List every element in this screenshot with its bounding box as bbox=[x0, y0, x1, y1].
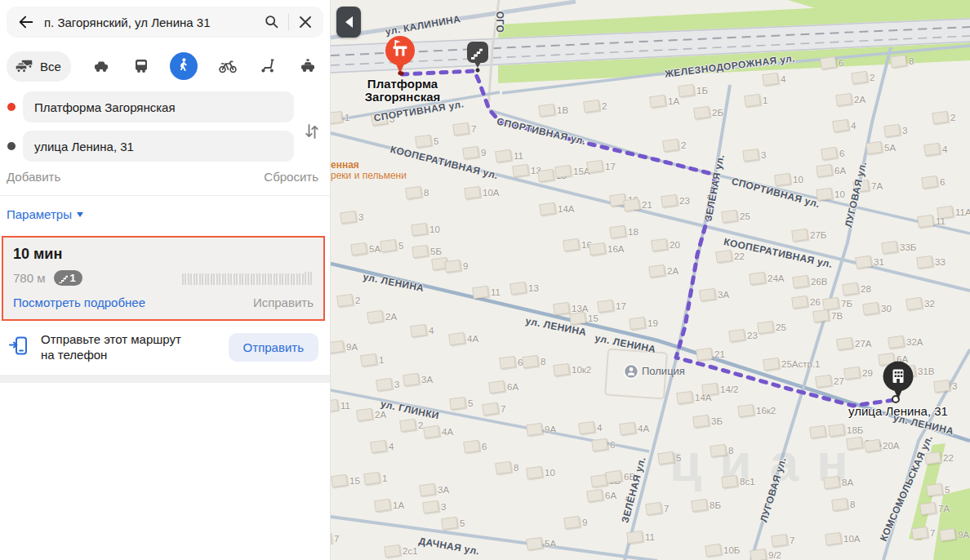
building-shape bbox=[678, 84, 695, 98]
building-shape bbox=[405, 186, 422, 200]
building-number: 11 bbox=[491, 287, 501, 297]
building: 16к2 bbox=[738, 405, 776, 416]
building-shape bbox=[696, 348, 713, 362]
building-number: 20 bbox=[670, 240, 680, 250]
destination-field[interactable]: улица Ленина, 31 bbox=[23, 131, 294, 162]
building-shape bbox=[586, 160, 603, 174]
building-number: 20А bbox=[883, 441, 899, 451]
building: 2 bbox=[400, 420, 423, 431]
building-shape bbox=[835, 93, 852, 107]
building: 4 bbox=[371, 441, 394, 452]
building-number: 4 bbox=[597, 423, 602, 433]
reset-route-link[interactable]: Сбросить bbox=[264, 170, 318, 184]
poi-orange-label[interactable]: енная реки и пельмени bbox=[331, 160, 407, 181]
building-number: 33Б bbox=[900, 242, 916, 252]
building-shape bbox=[403, 373, 420, 387]
building-number: 23 bbox=[679, 196, 690, 206]
building-number: 3 bbox=[952, 381, 957, 391]
route-details-link[interactable]: Посмотреть подробнее bbox=[13, 296, 145, 309]
building-number: 6А bbox=[834, 166, 846, 176]
route-actions: Добавить Сбросить bbox=[0, 162, 330, 195]
building-number: 2А bbox=[375, 410, 386, 420]
back-icon[interactable] bbox=[16, 12, 36, 32]
building-number: 25 bbox=[740, 211, 750, 221]
building-shape bbox=[809, 425, 826, 439]
building-number: 6А bbox=[507, 382, 518, 392]
building: 25 bbox=[758, 322, 786, 333]
origin-field[interactable]: Платформа Загорянская bbox=[23, 91, 294, 122]
building: 2А bbox=[649, 265, 679, 277]
building-number: 26В bbox=[811, 277, 827, 287]
building-shape bbox=[360, 353, 377, 367]
building-shape bbox=[916, 256, 933, 269]
building-shape bbox=[831, 498, 848, 512]
building: 7 bbox=[483, 403, 505, 415]
building: 9А bbox=[527, 424, 556, 435]
building-shape bbox=[821, 147, 838, 161]
building-number: 5 bbox=[434, 136, 438, 146]
building: 9 bbox=[445, 260, 468, 272]
route-fix-link[interactable]: Исправить bbox=[253, 296, 314, 309]
mode-scooter[interactable] bbox=[258, 56, 278, 77]
building: 7А bbox=[920, 503, 950, 514]
transport-modes: Все bbox=[0, 51, 330, 82]
building-number: 3 bbox=[441, 502, 446, 512]
building-shape bbox=[816, 188, 833, 202]
building: 1 bbox=[361, 354, 384, 366]
search-bar[interactable]: п. Загорянский, ул Ленина 31 bbox=[7, 7, 323, 38]
search-icon[interactable] bbox=[262, 12, 282, 32]
building: 2 bbox=[663, 140, 686, 151]
params-toggle[interactable]: Параметры bbox=[0, 196, 90, 229]
swap-points-icon[interactable] bbox=[304, 122, 320, 144]
building: 7 bbox=[772, 535, 794, 546]
mode-taxi[interactable] bbox=[297, 56, 318, 77]
mode-bus[interactable] bbox=[131, 56, 151, 77]
building-shape bbox=[578, 421, 595, 435]
stairs-count: 1 bbox=[70, 272, 76, 284]
building-shape bbox=[715, 250, 732, 264]
add-waypoint-link[interactable]: Добавить bbox=[7, 170, 60, 184]
mode-all[interactable]: Все bbox=[7, 51, 71, 82]
building-shape bbox=[422, 500, 439, 514]
building-shape bbox=[336, 294, 354, 308]
search-input[interactable]: п. Загорянский, ул Ленина 31 bbox=[44, 16, 262, 29]
send-button[interactable]: Отправить bbox=[229, 333, 318, 362]
building-number: 7 bbox=[790, 536, 794, 545]
building-shape bbox=[757, 321, 774, 335]
building-shape bbox=[842, 282, 859, 296]
building-number: 8Б bbox=[710, 500, 721, 510]
building-number: 10 bbox=[545, 468, 555, 478]
building-number: 8А bbox=[842, 478, 853, 487]
building-number: 4 bbox=[781, 74, 785, 84]
building: 1А bbox=[375, 500, 404, 511]
collapse-panel-button[interactable] bbox=[336, 7, 361, 38]
building-shape bbox=[539, 202, 556, 216]
building: 16 bbox=[563, 239, 592, 251]
building-shape bbox=[340, 211, 357, 224]
police-label[interactable]: Полиция bbox=[642, 365, 685, 377]
close-icon[interactable] bbox=[296, 12, 315, 32]
building-shape bbox=[363, 472, 380, 486]
mode-car[interactable] bbox=[91, 56, 112, 77]
building-number: 13 bbox=[528, 283, 539, 293]
building-shape bbox=[367, 310, 384, 324]
building-number: 4 bbox=[389, 442, 394, 451]
mode-pedestrian[interactable] bbox=[170, 52, 198, 80]
mode-bike[interactable] bbox=[217, 56, 238, 77]
building: 1В bbox=[539, 104, 568, 116]
building-shape bbox=[590, 474, 607, 488]
building: 2А bbox=[357, 409, 386, 420]
route-summary-card[interactable]: 10 мин 780 м 1 Посмотреть подробнее Испр… bbox=[2, 236, 325, 321]
building-number: 16к2 bbox=[756, 406, 776, 416]
building-number: 6 bbox=[839, 149, 844, 158]
building-shape bbox=[855, 256, 872, 269]
building-number: 6А bbox=[897, 354, 908, 364]
building: 11 bbox=[627, 531, 655, 543]
map[interactable]: циан 131В21А1Б2Б14622А8275911131515А1781… bbox=[331, 0, 970, 560]
building: 10 bbox=[775, 174, 803, 185]
building: 32 bbox=[906, 298, 935, 309]
building-shape bbox=[865, 141, 883, 155]
building: 9 bbox=[463, 147, 486, 158]
pedestrian-icon bbox=[175, 56, 193, 77]
building-number: 22 bbox=[734, 251, 745, 261]
